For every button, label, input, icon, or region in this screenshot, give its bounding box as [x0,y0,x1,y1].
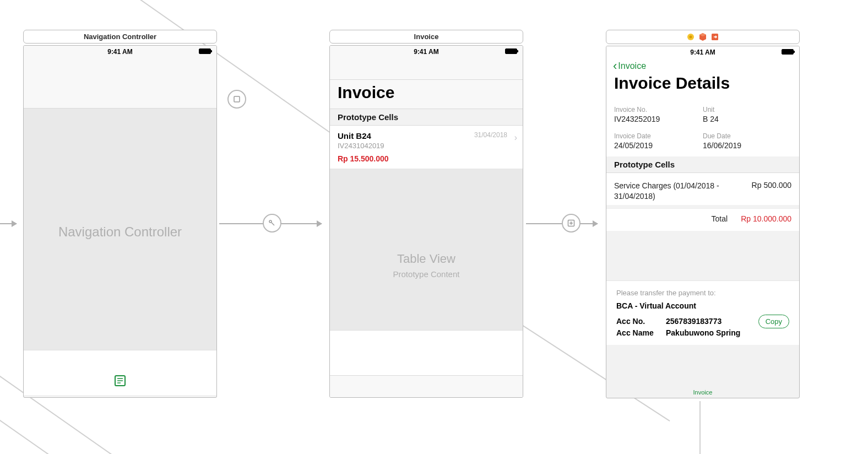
nav-controller-placeholder: Navigation Controller [24,109,216,240]
status-bar: 9:41 AM [606,46,799,58]
invoice-cell[interactable]: Unit B24 IV2431042019 Rp 15.500.000 31/0… [330,126,523,169]
total-amount: Rp 10.000.000 [741,214,791,223]
tableview-label: Table View [330,252,523,266]
payment-bank: BCA - Virtual Account [616,301,789,310]
cell-price: Rp 15.500.000 [338,154,389,163]
unit-label: Unit [703,106,791,114]
invoice-no-value: IV243252019 [614,115,703,123]
chevron-left-icon: ‹ [613,60,617,72]
scene-title-label: Navigation Controller [84,33,156,41]
segue-show-icon[interactable] [562,214,581,233]
charge-amount: Rp 500.000 [752,181,791,202]
status-time: 9:41 AM [690,48,715,56]
due-date-value: 16/06/2019 [703,141,791,150]
svg-point-11 [690,36,692,39]
content-area: Navigation Controller [24,109,216,395]
battery-icon [505,48,517,54]
payment-intro: Please transfer the payment to: [616,289,789,297]
tab-placeholder-icon [113,374,127,390]
scene-title-bar[interactable]: Navigation Controller [23,30,217,44]
status-time: 9:41 AM [414,48,439,56]
segue-show-icon[interactable] [263,214,281,233]
gap [606,231,799,280]
navbar [330,58,523,80]
phone-frame: 9:41 AM Invoice Prototype Cells Unit B24… [329,45,523,398]
section-header: Prototype Cells [606,156,799,173]
navbar [24,58,216,109]
acc-name-label: Acc Name [616,328,666,337]
unit-value: B 24 [703,115,791,123]
acc-no-value: 2567839183773 [666,317,751,326]
invoice-no-label: Invoice No. [614,106,703,114]
scene-title-label: Invoice [414,33,439,41]
scene-invoice-details[interactable]: 9:41 AM ‹ Invoice Invoice Details Invoic… [606,30,800,398]
white-strip [24,350,216,395]
scene-navigation-controller[interactable]: Navigation Controller 9:41 AM Navigation… [23,30,217,398]
scene-invoice-list[interactable]: Invoice 9:41 AM Invoice Prototype Cells … [329,30,523,398]
battery-icon [782,49,794,55]
copy-button[interactable]: Copy [758,315,789,328]
tabbar [330,375,523,397]
invoice-date-value: 24/05/2019 [614,141,703,150]
cell-date: 31/04/2018 [474,131,507,139]
total-label: Total [712,214,728,223]
storyboard-canvas[interactable]: Navigation Controller 9:41 AM Navigation… [0,0,868,454]
white-strip [330,330,523,375]
svg-rect-0 [234,96,240,102]
phone-frame: 9:41 AM Navigation Controller [23,45,217,398]
invoice-fields: Invoice No. IV243252019 Unit B 24 Invoic… [606,99,799,156]
charge-row: Service Charges (01/04/2018 - 31/04/2018… [606,173,799,205]
chevron-right-icon: › [514,133,517,143]
bg-line [699,401,701,454]
circle-icon [686,33,695,41]
svg-line-2 [272,223,274,225]
large-title: Invoice [330,80,523,109]
cube-icon [698,33,707,41]
cell-unit: Unit B24 [338,131,389,140]
table-placeholder: Table View Prototype Content [330,169,523,351]
phone-frame: 9:41 AM ‹ Invoice Invoice Details Invoic… [606,46,800,398]
bg-line [0,397,121,454]
segue-relationship-icon[interactable] [227,90,246,109]
status-bar: 9:41 AM [24,46,216,58]
acc-no-label: Acc No. [616,317,666,326]
large-title: Invoice Details [606,74,799,99]
battery-icon [199,48,211,54]
due-date-label: Due Date [703,132,791,140]
acc-name-value: Pakubuwono Spring [666,328,789,337]
back-label: Invoice [618,61,646,71]
back-button[interactable]: ‹ Invoice [613,60,646,72]
status-time: 9:41 AM [107,48,133,56]
segue-arrow [0,223,17,224]
cell-invoice-id: IV2431042019 [338,142,389,150]
navbar: ‹ Invoice [606,58,799,74]
charge-desc: Service Charges (01/04/2018 - 31/04/2018… [614,181,724,202]
scene-title-bar[interactable] [606,30,800,44]
tableview-sub: Prototype Content [330,269,523,279]
tab-label[interactable]: Invoice [606,389,799,396]
total-row: Total Rp 10.000.000 [606,208,799,231]
payment-box: Please transfer the payment to: BCA - Vi… [606,280,799,345]
status-bar: 9:41 AM [330,46,523,58]
scene-title-bar[interactable]: Invoice [329,30,523,44]
exit-icon [710,33,719,41]
invoice-date-label: Invoice Date [614,132,703,140]
section-header: Prototype Cells [330,109,523,126]
svg-point-1 [269,220,272,223]
